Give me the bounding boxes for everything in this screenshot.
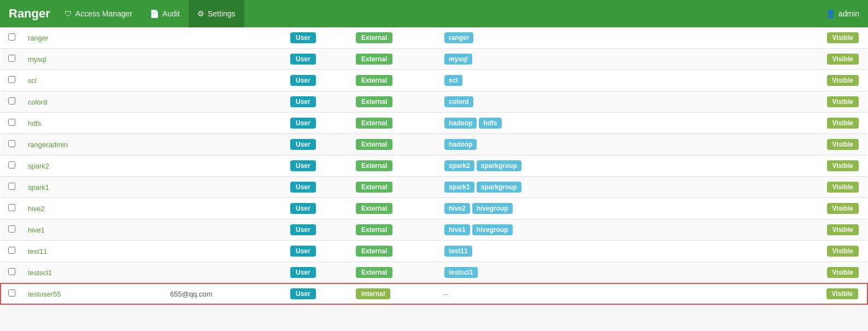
row-checkbox[interactable] (8, 268, 15, 275)
user-icon: 👤 (826, 9, 835, 18)
user-groups: ranger (438, 27, 802, 49)
user-name: scl (22, 70, 165, 91)
row-checkbox[interactable] (8, 119, 15, 126)
user-type: User (285, 283, 350, 304)
navbar: Ranger 🛡 Access Manager 📄 Audit ⚙ Settin… (0, 0, 868, 27)
user-source: External (350, 134, 438, 155)
user-email (165, 177, 285, 198)
user-visibility: Visible (802, 70, 867, 91)
user-visibility: Visible (802, 177, 867, 198)
table-row: rangeradminUserExternalhadoopVisible (1, 134, 867, 155)
row-checkbox[interactable] (8, 204, 15, 211)
group-badge: ranger (444, 32, 473, 43)
row-checkbox-cell (1, 134, 22, 155)
user-visibility: Visible (802, 262, 867, 284)
visibility-badge: Visible (827, 203, 859, 214)
row-checkbox[interactable] (8, 247, 15, 254)
table-row: testscl1UserExternaltestscl1Visible (1, 262, 867, 284)
nav-settings[interactable]: ⚙ Settings (189, 0, 244, 27)
user-name: spark1 (22, 177, 165, 198)
group-badge: hive2 (444, 203, 470, 214)
user-source: External (350, 155, 438, 177)
table-row: spark1UserExternalspark1sparkgroupVisibl… (1, 177, 867, 198)
visibility-badge: Visible (827, 160, 859, 171)
visibility-badge: Visible (827, 182, 859, 193)
type-badge: User (290, 118, 316, 129)
group-badge: hadoop (444, 139, 477, 150)
source-badge: External (356, 182, 392, 193)
user-name: hive2 (22, 198, 165, 219)
user-menu[interactable]: 👤 admin (826, 9, 859, 18)
user-groups: hadoophdfs (438, 113, 802, 134)
row-checkbox[interactable] (8, 140, 15, 147)
row-checkbox[interactable] (8, 55, 15, 62)
type-badge: User (290, 246, 316, 257)
user-type: User (285, 27, 350, 49)
source-badge: External (356, 246, 392, 257)
row-checkbox[interactable] (8, 97, 15, 104)
user-type: User (285, 70, 350, 91)
user-source: External (350, 91, 438, 113)
user-source: External (350, 198, 438, 219)
user-type: User (285, 219, 350, 241)
source-badge: External (356, 267, 392, 278)
user-name: testscl1 (22, 262, 165, 284)
user-type: User (285, 177, 350, 198)
type-badge: User (290, 75, 316, 86)
user-visibility: Visible (802, 49, 867, 70)
user-type: User (285, 241, 350, 262)
visibility-badge: Visible (827, 224, 859, 235)
row-checkbox[interactable] (8, 289, 15, 297)
row-checkbox[interactable] (8, 76, 15, 83)
no-groups: -- (443, 290, 448, 298)
row-checkbox-cell (1, 283, 22, 304)
user-name: hdfs (22, 113, 165, 134)
type-badge: User (290, 288, 316, 299)
source-badge: External (356, 32, 392, 43)
user-source: External (350, 219, 438, 241)
user-source: External (350, 262, 438, 284)
user-visibility: Visible (802, 155, 867, 177)
user-groups: -- (438, 283, 802, 304)
group-badge: spark1 (444, 182, 474, 193)
users-table: rangerUserExternalrangerVisiblemysqlUser… (0, 27, 868, 305)
user-email (165, 155, 285, 177)
user-type: User (285, 134, 350, 155)
visibility-badge: Visible (827, 32, 859, 43)
table-row: testuser55655@qq.comUserInternal--Visibl… (1, 283, 867, 304)
group-badge: sparkgroup (477, 182, 521, 193)
user-type: User (285, 262, 350, 284)
user-name: mysql (22, 49, 165, 70)
row-checkbox-cell (1, 198, 22, 219)
user-source: External (350, 49, 438, 70)
user-source: External (350, 241, 438, 262)
user-groups: testscl1 (438, 262, 802, 284)
nav-audit[interactable]: 📄 Audit (141, 0, 189, 27)
group-badge: hdfs (479, 118, 501, 129)
user-email (165, 241, 285, 262)
user-name: spark2 (22, 155, 165, 177)
user-source: External (350, 27, 438, 49)
group-badge: mysql (444, 54, 472, 65)
user-groups: hive1hivegroup (438, 219, 802, 241)
row-checkbox-cell (1, 177, 22, 198)
user-name: hive1 (22, 219, 165, 241)
nav-access-manager[interactable]: 🛡 Access Manager (56, 0, 141, 27)
visibility-badge: Visible (827, 118, 859, 129)
row-checkbox-cell (1, 262, 22, 284)
row-checkbox[interactable] (8, 161, 15, 169)
row-checkbox-cell (1, 219, 22, 241)
row-checkbox[interactable] (8, 225, 15, 233)
row-checkbox-cell (1, 70, 22, 91)
source-badge: External (356, 75, 392, 86)
user-type: User (285, 49, 350, 70)
table-row: hive2UserExternalhive2hivegroupVisible (1, 198, 867, 219)
user-name: ranger (22, 27, 165, 49)
row-checkbox[interactable] (8, 33, 15, 40)
row-checkbox[interactable] (8, 183, 15, 190)
user-groups: hive2hivegroup (438, 198, 802, 219)
user-visibility: Visible (802, 219, 867, 241)
source-badge: External (356, 118, 392, 129)
user-email (165, 262, 285, 284)
table-row: hdfsUserExternalhadoophdfsVisible (1, 113, 867, 134)
